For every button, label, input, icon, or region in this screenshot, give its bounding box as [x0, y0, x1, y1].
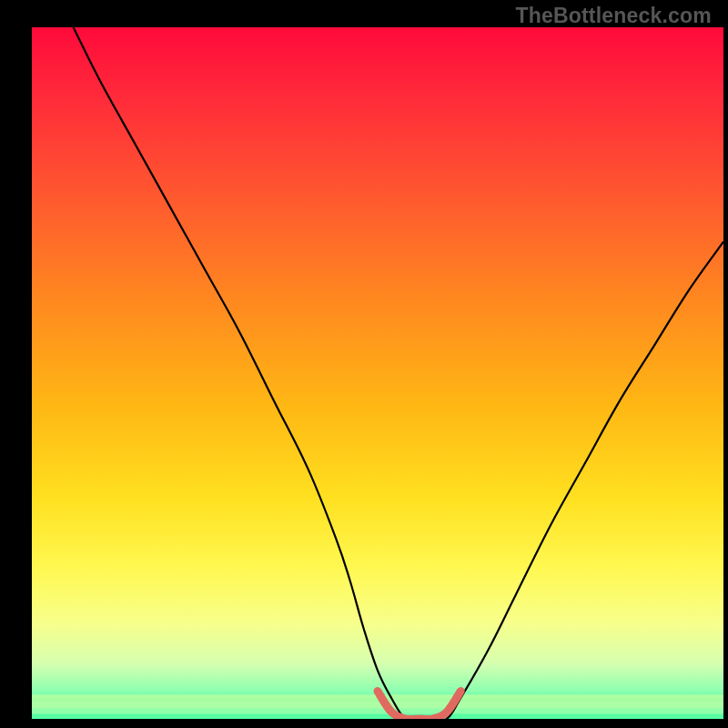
chart-container: { "watermark": "TheBottleneck.com", "cha…: [0, 0, 728, 728]
bottleneck-chart: [0, 0, 728, 728]
watermark-text: TheBottleneck.com: [515, 4, 712, 28]
svg-rect-4: [32, 714, 723, 719]
heatmap-background: [32, 27, 723, 719]
